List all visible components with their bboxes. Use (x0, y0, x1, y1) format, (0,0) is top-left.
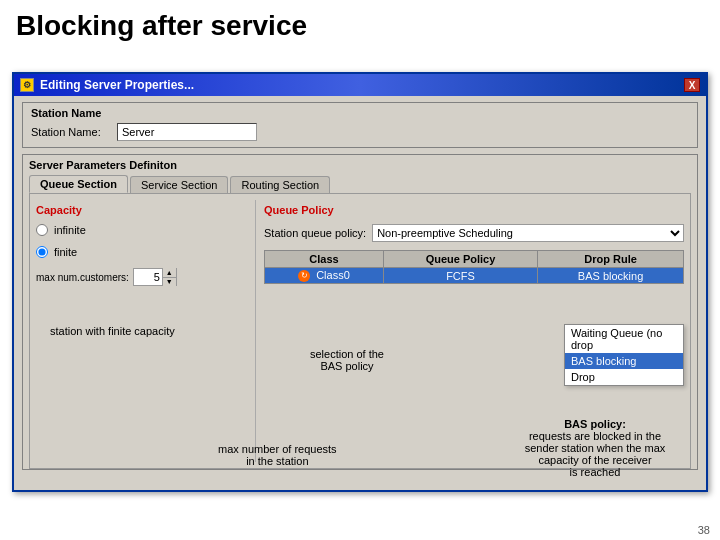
cell-drop-rule: BAS blocking (538, 268, 684, 284)
dialog-titlebar: ⚙ Editing Server Properties... X (14, 74, 706, 96)
cell-queue-policy: FCFS (383, 268, 537, 284)
page-title: Blocking after service (0, 0, 720, 48)
dropdown-item-waiting[interactable]: Waiting Queue (no drop (565, 325, 683, 353)
spinner-down-button[interactable]: ▼ (163, 278, 176, 287)
server-params-label: Server Parameters Definiton (29, 159, 691, 171)
spinner-buttons: ▲ ▼ (162, 268, 176, 286)
col-queue-policy: Queue Policy (383, 251, 537, 268)
radio-infinite-row: infinite (36, 224, 247, 236)
max-num-label: max num.customers: (36, 272, 129, 283)
dropdown-item-drop[interactable]: Drop (565, 369, 683, 385)
tab-queue-section[interactable]: Queue Section (29, 175, 128, 193)
station-queue-policy-label: Station queue policy: (264, 227, 366, 239)
annotation-maxnum: max number of requestsin the station (218, 443, 337, 467)
max-num-row: max num.customers: ▲ ▼ (36, 268, 247, 286)
annotation-selection-text: selection of theBAS policy (310, 348, 384, 372)
radio-finite[interactable] (36, 246, 48, 258)
annotation-finite: station with finite capacity (50, 325, 175, 337)
capacity-header: Capacity (36, 204, 247, 216)
tab-routing-section[interactable]: Routing Section (230, 176, 330, 193)
annotation-maxnum-text: max number of requestsin the station (218, 443, 337, 467)
dialog-close-button[interactable]: X (684, 78, 700, 92)
slide-number: 38 (698, 524, 710, 536)
annotation-bas-policy: BAS policy: requests are blocked in thes… (480, 418, 710, 478)
col-class: Class (265, 251, 384, 268)
dialog-title: Editing Server Properties... (40, 78, 194, 92)
finite-label: finite (54, 246, 77, 258)
dialog-app-icon: ⚙ (20, 78, 34, 92)
tab-service-section[interactable]: Service Section (130, 176, 228, 193)
table-row[interactable]: ↻ Class0 FCFS BAS blocking (265, 268, 684, 284)
max-num-spinner[interactable]: ▲ ▼ (133, 268, 177, 286)
annotation-selection: selection of theBAS policy (310, 348, 384, 372)
class-table: Class Queue Policy Drop Rule ↻ Class0 (264, 250, 684, 284)
max-num-input[interactable] (134, 269, 162, 285)
bas-policy-text: requests are blocked in thesender statio… (525, 430, 666, 478)
station-name-input[interactable] (117, 123, 257, 141)
cell-class: ↻ Class0 (265, 268, 384, 284)
bas-policy-title: BAS policy: (564, 418, 626, 430)
station-name-section-label: Station Name (31, 107, 689, 119)
drop-rule-dropdown[interactable]: Waiting Queue (no drop BAS blocking Drop (564, 324, 684, 386)
radio-infinite[interactable] (36, 224, 48, 236)
queue-policy-header: Queue Policy (264, 204, 684, 216)
radio-finite-row: finite (36, 246, 247, 258)
reached-text: reached (581, 466, 621, 478)
col-drop-rule: Drop Rule (538, 251, 684, 268)
station-name-field-label: Station Name: (31, 126, 111, 138)
station-queue-policy-select[interactable]: Non-preemptive Scheduling (372, 224, 684, 242)
infinite-label: infinite (54, 224, 86, 236)
spinner-up-button[interactable]: ▲ (163, 268, 176, 278)
cell-class-name: Class0 (316, 269, 350, 281)
tabs-row: Queue Section Service Section Routing Se… (29, 175, 691, 193)
class-icon: ↻ (298, 270, 310, 282)
station-name-section: Station Name Station Name: (22, 102, 698, 148)
dropdown-item-bas[interactable]: BAS blocking (565, 353, 683, 369)
policy-row: Station queue policy: Non-preemptive Sch… (264, 224, 684, 242)
